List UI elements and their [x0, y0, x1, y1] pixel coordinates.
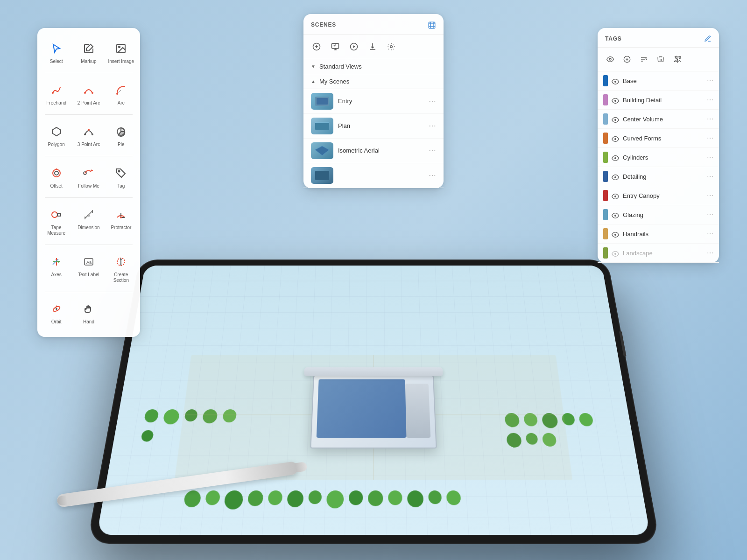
tag-landscape-more[interactable]: ⋯ — [707, 249, 713, 257]
scene-plan-thumb — [311, 118, 333, 134]
tag-entry-canopy-eye[interactable] — [612, 192, 619, 199]
scenes-panel: SCENES — [303, 14, 444, 188]
dimension-label: Dimension — [78, 225, 99, 231]
tag-cylinders-eye[interactable] — [612, 154, 619, 161]
scene-play-button[interactable] — [346, 39, 361, 54]
scene-add-button[interactable] — [309, 39, 324, 54]
tool-follow-me[interactable]: Follow Me — [73, 160, 104, 194]
tool-arc[interactable]: Arc — [106, 77, 136, 111]
my-scenes-header[interactable]: ▲ My Scenes — [303, 74, 444, 89]
tool-markup[interactable]: Markup — [73, 35, 104, 69]
tag-landscape-name: Landscape — [623, 250, 703, 257]
text-label-icon: Aa — [80, 253, 97, 270]
tag-curved-forms-more[interactable]: ⋯ — [707, 134, 713, 142]
tag-cylinders-more[interactable]: ⋯ — [707, 154, 713, 161]
tag-base-more[interactable]: ⋯ — [707, 77, 713, 84]
tags-pencil-icon[interactable] — [704, 35, 712, 42]
scene-4[interactable]: ⋯ — [303, 163, 444, 188]
tool-tape-measure[interactable]: Tape Measure — [41, 202, 71, 241]
scene-export-button[interactable] — [365, 39, 380, 54]
follow-me-label: Follow Me — [78, 183, 99, 189]
protractor-icon — [113, 206, 129, 223]
scene-settings-button[interactable] — [384, 39, 399, 54]
tool-text-label[interactable]: Aa Text Label — [73, 249, 104, 288]
my-scenes-label: My Scenes — [319, 78, 349, 85]
tag-building-detail-eye[interactable] — [612, 96, 619, 104]
tag-handrails-more[interactable]: ⋯ — [707, 230, 713, 238]
scene-isometric[interactable]: Isometric Aerial ⋯ — [303, 139, 444, 163]
svg-point-75 — [614, 196, 616, 197]
standard-views-header[interactable]: ▼ Standard Views — [303, 59, 444, 74]
scene-isometric-more[interactable]: ⋯ — [429, 146, 436, 155]
hand-label: Hand — [83, 319, 94, 325]
tag-curved-forms[interactable]: Curved Forms ⋯ — [598, 129, 719, 148]
2point-arc-icon — [80, 82, 97, 98]
select-label: Select — [50, 59, 63, 64]
tag-cylinders[interactable]: Cylinders ⋯ — [598, 148, 719, 167]
tool-protractor[interactable]: Protractor — [106, 202, 136, 241]
tag-entry-canopy-more[interactable]: ⋯ — [707, 192, 713, 199]
scene-plan[interactable]: Plan ⋯ — [303, 114, 444, 139]
tool-pie[interactable]: Pie — [106, 119, 136, 152]
tool-dimension[interactable]: Aa Dimension — [73, 202, 104, 241]
scene-plan-more[interactable]: ⋯ — [429, 121, 436, 130]
tag-sort-button[interactable] — [637, 52, 651, 66]
tag-visibility-button[interactable] — [603, 52, 617, 66]
tag-landscape[interactable]: Landscape ⋯ — [598, 244, 719, 263]
tag-label: Tag — [117, 183, 125, 189]
svg-text:Aa: Aa — [86, 260, 92, 265]
scene-4-thumb — [311, 167, 333, 184]
scene-update-button[interactable] — [328, 39, 343, 54]
tag-delete-button[interactable] — [654, 52, 668, 66]
svg-point-78 — [614, 253, 616, 255]
tag-building-detail-name: Building Detail — [623, 97, 703, 104]
3point-arc-icon — [80, 123, 97, 140]
scene-entry[interactable]: Entry ⋯ — [303, 89, 444, 114]
tag-handrails-eye[interactable] — [612, 230, 619, 238]
tag-center-volume-more[interactable]: ⋯ — [707, 115, 713, 123]
tag-center-volume-name: Center Volume — [623, 116, 703, 123]
tag-glazing-eye[interactable] — [612, 211, 619, 218]
tool-freehand[interactable]: Freehand — [41, 77, 71, 111]
tool-axes[interactable]: Axes — [41, 249, 71, 288]
tool-offset[interactable]: Offset — [41, 160, 71, 194]
tag-center-volume-eye[interactable] — [612, 115, 619, 123]
tag-detailing-more[interactable]: ⋯ — [707, 173, 713, 180]
scenes-add-icon[interactable] — [428, 21, 436, 29]
tag-handrails[interactable]: Handrails ⋯ — [598, 224, 719, 244]
tag-handrails-name: Handrails — [623, 231, 703, 238]
tag-recycle-button[interactable] — [670, 52, 684, 66]
tool-tag[interactable]: Tag — [106, 160, 136, 194]
scene-entry-more[interactable]: ⋯ — [429, 97, 436, 105]
tag-base-name: Base — [623, 77, 703, 84]
tag-building-detail[interactable]: Building Detail ⋯ — [598, 91, 719, 110]
tag-building-detail-more[interactable]: ⋯ — [707, 96, 713, 104]
3point-arc-label: 3 Point Arc — [78, 142, 100, 147]
tag-entry-canopy[interactable]: Entry Canopy ⋯ — [598, 186, 719, 205]
tag-center-volume[interactable]: Center Volume ⋯ — [598, 110, 719, 129]
tag-glazing[interactable]: Glazing ⋯ — [598, 205, 719, 224]
tool-select[interactable]: Select — [41, 35, 71, 69]
tool-insert-image[interactable]: Insert Image — [106, 35, 136, 69]
tag-detailing-eye[interactable] — [612, 173, 619, 180]
tag-landscape-eye[interactable] — [612, 249, 619, 257]
tag-glazing-more[interactable]: ⋯ — [707, 211, 713, 218]
tool-3point-arc[interactable]: 3 Point Arc — [73, 119, 104, 152]
tool-polygon[interactable]: Polygon — [41, 119, 71, 152]
tag-curved-forms-eye[interactable] — [612, 134, 619, 142]
tool-2point-arc[interactable]: 2 Point Arc — [73, 77, 104, 111]
tag-detailing[interactable]: Detailing ⋯ — [598, 167, 719, 186]
tag-base-eye[interactable] — [612, 77, 619, 84]
tag-glazing-name: Glazing — [623, 211, 703, 218]
tag-cylinders-color — [603, 152, 608, 163]
tool-create-section[interactable]: Create Section — [106, 249, 136, 288]
tool-hand[interactable]: Hand — [73, 296, 104, 329]
tags-header: TAGS — [598, 28, 719, 48]
markup-label: Markup — [81, 59, 96, 64]
scene-4-more[interactable]: ⋯ — [429, 171, 436, 180]
tag-curved-forms-name: Curved Forms — [623, 135, 703, 142]
svg-point-5 — [119, 46, 120, 48]
tag-add-button[interactable] — [620, 52, 634, 66]
tag-base[interactable]: Base ⋯ — [598, 71, 719, 91]
tool-orbit[interactable]: Orbit — [41, 296, 71, 329]
